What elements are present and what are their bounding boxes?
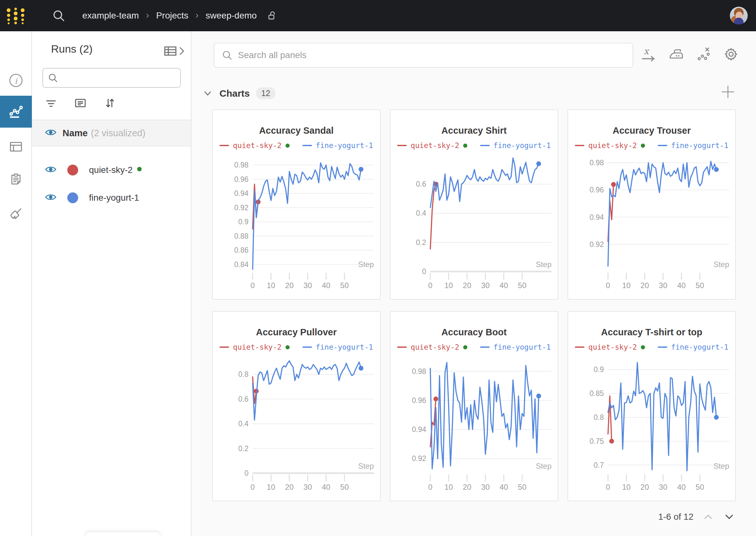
chart-legend: quiet-sky-2fine-yogurt-1 xyxy=(568,343,735,351)
svg-text:0.8: 0.8 xyxy=(238,370,248,378)
svg-text:0.92: 0.92 xyxy=(589,240,604,249)
svg-text:50: 50 xyxy=(696,483,704,491)
legend-item[interactable]: quiet-sky-2 xyxy=(575,141,645,150)
legend-line-swatch xyxy=(219,145,229,146)
legend-run-name: fine-yogurt-1 xyxy=(671,343,729,351)
breadcrumb-projects[interactable]: Projects xyxy=(156,11,188,21)
svg-text:50: 50 xyxy=(696,281,704,290)
chart-title: Accuracy Pullover xyxy=(213,327,380,338)
runs-table-icon[interactable] xyxy=(0,131,32,163)
legend-item[interactable]: fine-yogurt-1 xyxy=(658,141,729,150)
eye-icon[interactable] xyxy=(45,126,57,140)
partial-popup xyxy=(85,532,160,536)
breadcrumb-team[interactable]: example-team xyxy=(82,11,139,21)
eye-icon[interactable] xyxy=(45,163,57,177)
smoothing-iron-icon[interactable] xyxy=(668,46,684,62)
svg-text:0: 0 xyxy=(606,483,610,491)
page-down-icon[interactable] xyxy=(723,511,736,523)
charts-pagination: 1-6 of 12 xyxy=(658,511,736,523)
chart-panel[interactable]: 0.840.860.880.90.920.940.960.98010203040… xyxy=(212,110,380,300)
legend-item[interactable]: quiet-sky-2 xyxy=(575,343,645,351)
svg-text:0.96: 0.96 xyxy=(412,396,426,405)
settings-gear-icon[interactable] xyxy=(723,46,740,62)
svg-text:0: 0 xyxy=(428,483,432,491)
legend-item[interactable]: quiet-sky-2 xyxy=(219,343,289,351)
wandb-logo[interactable] xyxy=(0,6,32,25)
legend-item[interactable]: quiet-sky-2 xyxy=(219,141,289,150)
legend-item[interactable]: fine-yogurt-1 xyxy=(480,141,551,150)
svg-text:30: 30 xyxy=(481,281,490,290)
charts-collapse-chevron-icon[interactable] xyxy=(203,89,213,98)
svg-text:10: 10 xyxy=(267,483,275,491)
breadcrumb-chevron-icon: › xyxy=(146,10,149,20)
group-list-icon[interactable] xyxy=(74,97,87,110)
legend-item[interactable]: fine-yogurt-1 xyxy=(658,343,729,351)
svg-text:0.92: 0.92 xyxy=(234,204,248,212)
svg-text:0.75: 0.75 xyxy=(589,437,604,445)
sort-icon[interactable] xyxy=(103,97,116,110)
overview-info-icon[interactable]: i xyxy=(0,64,32,96)
svg-text:0: 0 xyxy=(422,267,426,276)
legend-line-swatch xyxy=(480,145,490,146)
legend-line-swatch xyxy=(397,145,407,146)
run-row-quiet-sky-2[interactable]: quiet-sky-2 xyxy=(32,156,191,184)
x-axis-icon[interactable]: x xyxy=(641,46,657,62)
svg-text:Step: Step xyxy=(713,260,729,269)
panel-search-input[interactable] xyxy=(238,50,605,60)
run-name: quiet-sky-2 xyxy=(89,165,133,175)
outliers-icon[interactable] xyxy=(695,46,712,62)
svg-text:40: 40 xyxy=(500,281,508,290)
chart-panel[interactable]: 0.920.940.960.9801020304050StepAccuracy … xyxy=(568,110,736,300)
legend-run-name: fine-yogurt-1 xyxy=(493,343,551,351)
legend-item[interactable]: quiet-sky-2 xyxy=(397,343,467,351)
workspace-main: x Charts 12 xyxy=(191,31,756,536)
legend-run-name: quiet-sky-2 xyxy=(411,343,459,351)
runs-search-input[interactable] xyxy=(62,73,177,83)
header-search-icon[interactable] xyxy=(52,9,66,23)
svg-text:0.98: 0.98 xyxy=(412,367,426,376)
page-up-icon[interactable] xyxy=(702,511,714,523)
workspace-chart-icon[interactable] xyxy=(0,96,32,128)
legend-item[interactable]: fine-yogurt-1 xyxy=(302,343,373,351)
run-row-fine-yogurt-1[interactable]: fine-yogurt-1 xyxy=(32,184,191,212)
runs-name-header-row[interactable]: Name (2 visualized) xyxy=(32,120,191,147)
svg-text:40: 40 xyxy=(677,483,686,491)
chart-panel[interactable]: 00.20.40.60.801020304050StepAccuracy Pul… xyxy=(212,311,380,501)
svg-text:0.96: 0.96 xyxy=(589,186,604,194)
add-panel-icon[interactable] xyxy=(721,85,735,100)
panel-search-bar xyxy=(214,43,633,68)
legend-item[interactable]: fine-yogurt-1 xyxy=(480,343,551,351)
svg-text:0: 0 xyxy=(244,469,248,477)
charts-section-title[interactable]: Charts xyxy=(219,88,250,99)
chart-panel[interactable]: 00.20.40.601020304050StepAccuracy Shirtq… xyxy=(390,110,558,300)
chart-panel[interactable]: 0.920.940.960.9801020304050StepAccuracy … xyxy=(390,311,558,501)
eye-icon[interactable] xyxy=(45,191,57,205)
top-header: example-team › Projects › sweep-demo xyxy=(0,0,756,31)
legend-line-swatch xyxy=(575,145,584,146)
reports-clipboard-icon[interactable] xyxy=(0,163,32,195)
breadcrumb-project-name[interactable]: sweep-demo xyxy=(206,11,257,21)
svg-text:10: 10 xyxy=(622,483,631,491)
legend-item[interactable]: quiet-sky-2 xyxy=(397,141,467,150)
svg-text:0.6: 0.6 xyxy=(238,395,248,403)
live-status-dot xyxy=(463,345,467,349)
svg-text:0.7: 0.7 xyxy=(594,461,604,469)
svg-text:40: 40 xyxy=(322,281,330,290)
live-status-dot xyxy=(641,345,645,349)
filter-icon[interactable] xyxy=(45,97,57,110)
user-avatar[interactable] xyxy=(730,7,748,24)
live-status-dot xyxy=(463,144,467,148)
sweeps-broom-icon[interactable] xyxy=(0,198,32,230)
legend-item[interactable]: fine-yogurt-1 xyxy=(302,141,373,150)
svg-text:40: 40 xyxy=(500,483,508,491)
live-status-dot xyxy=(285,345,290,349)
chart-panel[interactable]: 0.70.750.80.850.901020304050StepAccuracy… xyxy=(568,311,736,501)
svg-text:0: 0 xyxy=(428,281,432,290)
expand-runs-table-button[interactable] xyxy=(163,44,185,58)
svg-text:0: 0 xyxy=(250,483,254,491)
live-status-dot xyxy=(641,144,645,148)
svg-text:20: 20 xyxy=(463,281,472,290)
svg-text:0.2: 0.2 xyxy=(416,238,426,247)
svg-text:50: 50 xyxy=(340,281,349,290)
svg-text:Step: Step xyxy=(713,462,729,470)
